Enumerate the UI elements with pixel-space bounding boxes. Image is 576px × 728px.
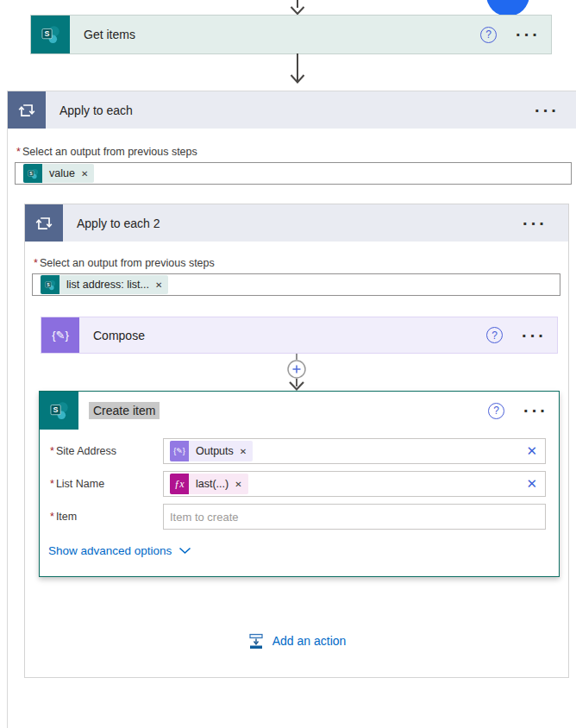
site-address-input[interactable]: {✎} Outputs ✕ ✕ — [163, 438, 546, 464]
dynamic-token-list-address[interactable]: S list address: list... ✕ — [41, 275, 168, 294]
flow-designer-canvas: S Get items ? ··· Apply to each · — [0, 0, 576, 728]
svg-text:S: S — [47, 281, 50, 286]
scope-header-apply-to-each[interactable]: Apply to each ··· — [8, 91, 576, 129]
insert-step-connector — [25, 354, 568, 391]
menu-ellipsis-icon[interactable]: ··· — [523, 407, 548, 414]
required-marker: * — [50, 478, 54, 490]
sharepoint-icon: S — [31, 16, 70, 53]
chevron-down-icon — [178, 547, 191, 555]
menu-ellipsis-icon[interactable]: ··· — [535, 107, 560, 114]
action-card-create-item[interactable]: S Create item ? ··· *Site Address — [39, 391, 560, 577]
dynamic-token-value[interactable]: S value ✕ — [23, 164, 94, 183]
remove-token-icon[interactable]: ✕ — [233, 480, 247, 489]
field-row-list-name: *List Name ƒx last(...) ✕ ✕ — [50, 471, 559, 497]
help-icon[interactable]: ? — [480, 27, 497, 43]
token-label: Outputs — [189, 445, 238, 457]
create-item-header[interactable]: S Create item ? ··· — [40, 392, 559, 430]
required-marker: * — [16, 146, 21, 158]
scope-apply-to-each: Apply to each ··· *Select an output from… — [7, 91, 576, 728]
required-marker: * — [50, 511, 54, 523]
action-title-selected[interactable]: Create item — [89, 402, 160, 419]
add-action-label: Add an action — [272, 634, 347, 648]
field-label: *Select an output from previous steps — [34, 257, 568, 269]
field-label: *Select an output from previous steps — [16, 146, 576, 158]
token-outputs[interactable]: {✎} Outputs ✕ — [170, 441, 253, 461]
clear-field-icon[interactable]: ✕ — [526, 443, 537, 459]
action-title: Compose — [93, 329, 145, 342]
scope-title: Apply to each — [59, 104, 133, 117]
action-card-compose[interactable]: {✎} Compose ? ··· — [41, 317, 558, 354]
loop-icon — [25, 204, 63, 242]
token-label: value — [42, 167, 79, 179]
item-text-field[interactable] — [170, 511, 536, 524]
scope-apply-to-each-2: Apply to each 2 ··· *Select an output fr… — [24, 204, 569, 678]
remove-token-icon[interactable]: ✕ — [79, 169, 94, 179]
action-title: Get items — [84, 28, 135, 41]
field-label: *Site Address — [50, 438, 163, 457]
token-label: last(...) — [189, 478, 233, 490]
connector-arrow-top — [287, 0, 308, 16]
output-input[interactable]: S value ✕ — [15, 162, 572, 185]
remove-token-icon[interactable]: ✕ — [153, 280, 168, 290]
add-action-button[interactable]: Add an action — [25, 632, 568, 650]
field-label: *Item — [50, 504, 163, 523]
help-icon[interactable]: ? — [486, 327, 503, 343]
function-icon: ƒx — [170, 474, 189, 494]
clear-field-icon[interactable]: ✕ — [526, 476, 537, 492]
compose-icon: {✎} — [170, 441, 189, 461]
field-row-item: *Item — [50, 504, 559, 530]
output-input[interactable]: S list address: list... ✕ — [32, 273, 560, 296]
sharepoint-icon: S — [23, 164, 42, 183]
sharepoint-icon: S — [41, 275, 59, 294]
action-card-get-items[interactable]: S Get items ? ··· — [30, 15, 552, 54]
remove-token-icon[interactable]: ✕ — [238, 447, 253, 456]
token-expression[interactable]: ƒx last(...) ✕ — [170, 474, 248, 494]
svg-text:S: S — [44, 29, 49, 38]
svg-text:S: S — [29, 170, 33, 175]
compose-icon: {✎} — [41, 317, 79, 353]
add-action-icon — [247, 632, 265, 650]
required-marker: * — [50, 445, 54, 457]
insert-step-plus[interactable] — [286, 354, 307, 392]
menu-ellipsis-icon[interactable]: ··· — [522, 332, 547, 339]
token-label: list address: list... — [59, 279, 153, 291]
help-icon[interactable]: ? — [488, 403, 504, 419]
required-marker: * — [34, 257, 38, 269]
loop-icon — [8, 91, 46, 129]
menu-ellipsis-icon[interactable]: ··· — [523, 220, 548, 227]
item-input[interactable] — [163, 504, 546, 530]
scope-header-apply-to-each-2[interactable]: Apply to each 2 ··· — [25, 204, 568, 242]
menu-ellipsis-icon[interactable]: ··· — [516, 31, 541, 38]
show-advanced-options-link[interactable]: Show advanced options — [48, 544, 559, 557]
list-name-input[interactable]: ƒx last(...) ✕ ✕ — [163, 471, 546, 497]
field-label: *List Name — [50, 471, 163, 490]
advanced-label: Show advanced options — [48, 544, 172, 557]
svg-text:S: S — [53, 405, 58, 414]
scope-title: Apply to each 2 — [77, 217, 160, 230]
sharepoint-icon: S — [40, 392, 78, 430]
field-row-site-address: *Site Address {✎} Outputs ✕ ✕ — [50, 438, 559, 464]
connector-arrow — [287, 53, 308, 90]
